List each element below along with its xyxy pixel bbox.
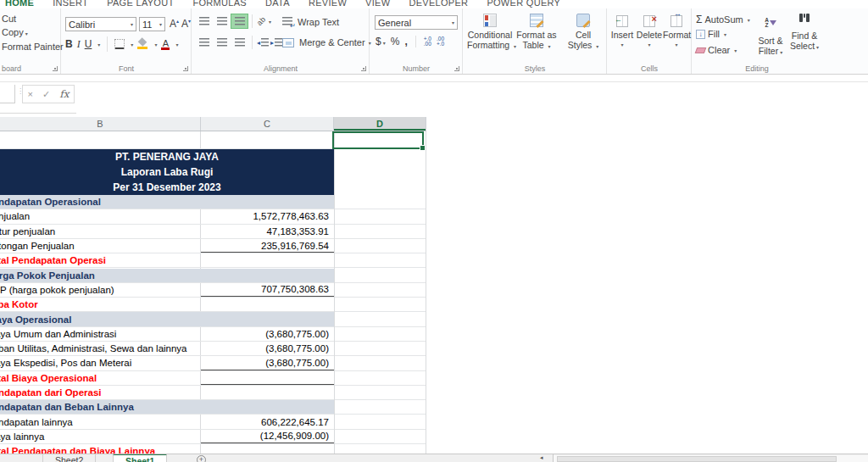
ribbon-tab-formulas[interactable]: FORMULAS: [192, 0, 247, 8]
align-right-button[interactable]: [231, 36, 248, 49]
align-middle-button[interactable]: [214, 14, 230, 28]
scrollbar-thumb[interactable]: [557, 456, 837, 462]
label-cell[interactable]: Potongan Penjualan: [0, 239, 201, 253]
increase-indent-button[interactable]: ▸: [270, 38, 282, 47]
alignment-dialog-launcher-icon[interactable]: [361, 66, 366, 71]
italic-button[interactable]: I: [77, 38, 81, 51]
sheet-row[interactable]: Total Biaya Operasional: [0, 371, 426, 386]
ribbon-tab-power-query[interactable]: POWER QUERY: [487, 0, 560, 8]
copy-button[interactable]: Copy▾: [2, 27, 28, 37]
title-cell[interactable]: PT. PENERANG JAYA: [0, 149, 334, 164]
title-cell[interactable]: Laporan Laba Rugi: [0, 164, 334, 180]
clipboard-dialog-launcher-icon[interactable]: [53, 66, 58, 71]
label-cell[interactable]: Biaya lainnya: [0, 430, 201, 443]
align-left-button[interactable]: [196, 36, 212, 49]
ribbon-tab-developer[interactable]: DEVELOPER: [409, 0, 468, 8]
ribbon-tab-view[interactable]: VIEW: [365, 0, 390, 8]
section-cell[interactable]: Pendapatan dan Beban Lainnya: [0, 400, 334, 414]
horizontal-scrollbar[interactable]: [554, 455, 868, 462]
align-center-button[interactable]: [214, 36, 230, 49]
shrink-font-button[interactable]: A▾: [181, 18, 191, 30]
sheet-row[interactable]: Biaya lainnya(12,456,909.00): [0, 430, 426, 444]
name-box[interactable]: [0, 85, 15, 103]
increase-decimal-button[interactable]: +.0.00: [424, 36, 431, 47]
align-bottom-button[interactable]: [231, 14, 248, 28]
fill-color-icon[interactable]: [137, 39, 148, 49]
sheet-row[interactable]: Beban Utilitas, Administrasi, Sewa dan l…: [0, 342, 426, 356]
sheet-row[interactable]: Biaya Ekspedisi, Pos dan Meterai(3,680,7…: [0, 356, 426, 370]
sheet-row[interactable]: Total Pendapatan Operasi: [0, 253, 426, 268]
cancel-icon[interactable]: ×: [28, 89, 33, 99]
clear-button[interactable]: Clear▾: [696, 45, 737, 55]
percent-style-button[interactable]: %: [391, 36, 400, 47]
value-cell[interactable]: [201, 371, 334, 385]
ribbon-tab-review[interactable]: REVIEW: [309, 0, 347, 8]
section-cell[interactable]: Biaya Operasional: [0, 312, 334, 326]
value-cell[interactable]: 1,572,778,463.63: [201, 209, 334, 223]
wrap-text-button[interactable]: Wrap Text: [282, 17, 339, 27]
sheet-row[interactable]: PT. PENERANG JAYA: [0, 149, 426, 164]
format-cells-button[interactable]: Format▾: [663, 15, 690, 47]
accounting-format-button[interactable]: $▾: [376, 36, 386, 47]
new-sheet-icon[interactable]: +: [197, 455, 206, 462]
value-cell[interactable]: 707,750,308.63: [201, 283, 334, 297]
sheet-row[interactable]: Retur penjualan47,183,353.91: [0, 225, 426, 239]
conditional-formatting-button[interactable]: ConditionalFormatting ▾: [467, 12, 513, 52]
sheet-row[interactable]: Biaya Umum dan Administrasi(3,680,775.00…: [0, 327, 426, 342]
sheet-row[interactable]: Pendapatan dari Operasi: [0, 386, 426, 400]
value-cell[interactable]: [201, 298, 334, 311]
orientation-icon[interactable]: ab: [255, 15, 267, 27]
label-cell[interactable]: Biaya Umum dan Administrasi: [0, 327, 201, 341]
font-color-icon[interactable]: A: [161, 39, 170, 50]
label-cell[interactable]: [0, 131, 201, 148]
label-cell[interactable]: Pendapatan lainnya: [0, 415, 201, 429]
enter-check-icon[interactable]: ✓: [42, 89, 50, 100]
selected-cell-outline[interactable]: [332, 131, 424, 149]
sheet-row[interactable]: Potongan Penjualan235,916,769.54: [0, 239, 426, 253]
comma-style-button[interactable]: ,: [404, 36, 407, 47]
section-cell[interactable]: Harga Pokok Penjualan: [0, 269, 334, 282]
decrease-decimal-button[interactable]: .00+.0: [437, 36, 444, 47]
value-cell[interactable]: (3,680,775.00): [201, 356, 334, 370]
section-cell[interactable]: Pendapatan Operasional: [0, 195, 334, 209]
value-cell[interactable]: [201, 253, 334, 267]
autosum-button[interactable]: Σ AutoSum▾: [696, 14, 750, 25]
value-cell[interactable]: [201, 131, 334, 148]
sheet-tab-sheet1[interactable]: Sheet1: [113, 454, 167, 462]
ribbon-tab-page-layout[interactable]: PAGE LAYOUT: [107, 0, 174, 8]
sheet-row[interactable]: Harga Pokok Penjualan: [0, 269, 426, 283]
label-cell[interactable]: Pendapatan dari Operasi: [0, 386, 201, 399]
ribbon-tab-data[interactable]: DATA: [265, 0, 290, 8]
sheet-tab-sheet2[interactable]: Sheet2: [42, 454, 96, 462]
label-cell[interactable]: Retur penjualan: [0, 225, 201, 238]
value-cell[interactable]: (3,680,775.00): [201, 342, 334, 355]
title-cell[interactable]: Per 31 Desember 2023: [0, 180, 334, 195]
label-cell[interactable]: Total Pendapatan Operasi: [0, 253, 201, 267]
value-cell[interactable]: 235,916,769.54: [201, 239, 334, 253]
ribbon-tab-insert[interactable]: INSERT: [53, 0, 88, 8]
sheet-row[interactable]: Biaya Operasional: [0, 312, 426, 326]
bold-button[interactable]: B: [65, 38, 73, 50]
sheet-row[interactable]: Laporan Laba Rugi: [0, 164, 426, 180]
format-painter-button[interactable]: Format Painter: [2, 42, 64, 52]
column-header-d[interactable]: D: [334, 117, 426, 131]
cut-button[interactable]: Cut: [2, 14, 16, 24]
sheet-row[interactable]: Penjualan1,572,778,463.63: [0, 209, 426, 224]
label-cell[interactable]: Penjualan: [0, 209, 201, 223]
font-name-combo[interactable]: Calibri▾: [65, 17, 136, 31]
ribbon-tab-home[interactable]: HOME: [5, 0, 34, 8]
value-cell[interactable]: (12,456,909.00): [201, 430, 334, 443]
value-cell[interactable]: 606,222,645.17: [201, 415, 334, 429]
sheet-row[interactable]: Pendapatan dan Beban Lainnya: [0, 400, 426, 415]
borders-icon[interactable]: [114, 39, 125, 49]
label-cell[interactable]: Beban Utilitas, Administrasi, Sewa dan l…: [0, 342, 201, 355]
sheet-row[interactable]: Pendapatan Operasional: [0, 195, 426, 209]
value-cell[interactable]: 47,183,353.91: [201, 225, 334, 238]
cell-styles-button[interactable]: CellStyles ▾: [560, 12, 606, 52]
number-format-combo[interactable]: General▾: [375, 15, 458, 30]
font-dialog-launcher-icon[interactable]: [183, 66, 188, 71]
label-cell[interactable]: HPP (harga pokok penjualan): [0, 283, 201, 297]
grow-font-button[interactable]: A▴: [170, 18, 179, 30]
label-cell[interactable]: Total Biaya Operasional: [0, 371, 201, 385]
merge-center-button[interactable]: Merge & Center ▾: [282, 37, 371, 47]
